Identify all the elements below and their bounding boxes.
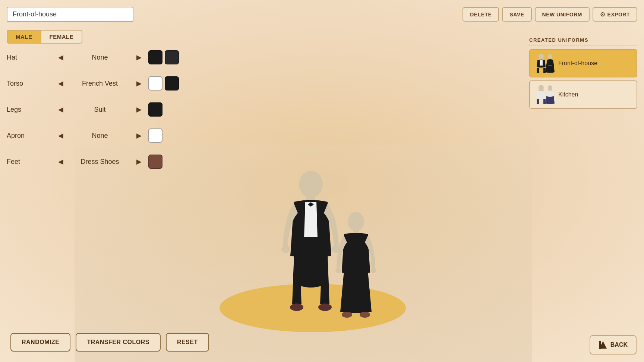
legs-name: Suit xyxy=(66,106,133,114)
steam-icon: ⊙ xyxy=(600,11,605,18)
apron-next-button[interactable]: ▶ xyxy=(133,131,145,140)
torso-name: French Vest xyxy=(66,80,133,88)
legs-label: Legs xyxy=(7,106,55,114)
clothing-row-feet: Feet ◀ Dress Shoes ▶ xyxy=(7,153,249,171)
foh-preview-icon xyxy=(535,54,555,73)
svg-point-17 xyxy=(548,54,552,59)
gender-tabs: MALE FEMALE xyxy=(7,30,82,44)
sidebar-title: CREATED UNIFORMS xyxy=(529,37,637,45)
torso-next-button[interactable]: ▶ xyxy=(133,79,145,88)
clothing-panel: Hat ◀ None ▶ Torso ◀ French Vest ▶ Legs … xyxy=(7,48,249,179)
feet-colors xyxy=(148,155,162,169)
legs-color-1[interactable] xyxy=(148,102,162,117)
apron-name: None xyxy=(66,132,133,140)
bottom-buttons: RANDOMIZE TRANSFER COLORS RESET xyxy=(10,333,209,352)
clothing-row-torso: Torso ◀ French Vest ▶ xyxy=(7,74,249,92)
hat-next-button[interactable]: ▶ xyxy=(133,53,145,61)
uniform-card-front-of-house[interactable]: Front-of-house xyxy=(529,49,637,77)
torso-color-1[interactable] xyxy=(148,76,162,90)
apron-colors xyxy=(148,128,162,143)
ground-ellipse xyxy=(220,284,406,332)
reset-button[interactable]: RESET xyxy=(166,333,209,352)
legs-colors xyxy=(148,102,162,117)
new-uniform-button[interactable]: NEW UNIFORM xyxy=(535,7,590,22)
clothing-row-legs: Legs ◀ Suit ▶ xyxy=(7,101,249,118)
header-buttons: DELETE SAVE NEW UNIFORM ⊙ EXPORT xyxy=(463,7,637,22)
torso-colors xyxy=(148,76,179,90)
back-label: BACK xyxy=(610,342,628,348)
uniform-name-kitchen: Kitchen xyxy=(558,91,578,98)
clothing-row-apron: Apron ◀ None ▶ xyxy=(7,127,249,145)
feet-prev-button[interactable]: ◀ xyxy=(55,158,66,166)
legs-prev-button[interactable]: ◀ xyxy=(55,105,66,114)
clothing-row-hat: Hat ◀ None ▶ xyxy=(7,48,249,66)
uniform-name-input[interactable] xyxy=(7,7,133,22)
svg-point-14 xyxy=(539,54,544,60)
male-tab[interactable]: MALE xyxy=(7,30,41,44)
uniform-preview-kitchen xyxy=(535,85,555,104)
feet-name: Dress Shoes xyxy=(66,158,133,166)
back-icon xyxy=(599,340,607,349)
torso-color-2[interactable] xyxy=(165,76,179,90)
svg-point-21 xyxy=(548,85,552,90)
torso-label: Torso xyxy=(7,80,55,88)
apron-prev-button[interactable]: ◀ xyxy=(55,131,66,140)
legs-next-button[interactable]: ▶ xyxy=(133,105,145,114)
hat-label: Hat xyxy=(7,54,55,61)
kitchen-preview-icon xyxy=(535,85,555,104)
export-label: EXPORT xyxy=(607,12,630,18)
delete-button[interactable]: DELETE xyxy=(463,7,499,22)
hat-color-1[interactable] xyxy=(148,50,162,64)
feet-label: Feet xyxy=(7,158,55,166)
hat-colors xyxy=(148,50,179,64)
transfer-colors-button[interactable]: TRANSFER COLORS xyxy=(76,333,161,352)
back-button[interactable]: BACK xyxy=(590,335,637,355)
randomize-button[interactable]: RANDOMIZE xyxy=(10,333,70,352)
hat-prev-button[interactable]: ◀ xyxy=(55,53,66,61)
save-button[interactable]: SAVE xyxy=(502,7,531,22)
feet-next-button[interactable]: ▶ xyxy=(133,158,145,166)
apron-label: Apron xyxy=(7,132,55,140)
uniform-name-foh: Front-of-house xyxy=(558,60,597,67)
header: DELETE SAVE NEW UNIFORM ⊙ EXPORT xyxy=(7,7,637,22)
hat-color-2[interactable] xyxy=(165,50,179,64)
svg-point-19 xyxy=(539,85,544,91)
svg-rect-16 xyxy=(540,60,543,66)
female-tab[interactable]: FEMALE xyxy=(41,30,83,44)
feet-color-1[interactable] xyxy=(148,155,162,169)
torso-prev-button[interactable]: ◀ xyxy=(55,79,66,88)
svg-rect-24 xyxy=(599,341,600,349)
uniform-card-kitchen[interactable]: Kitchen xyxy=(529,80,637,109)
hat-name: None xyxy=(66,54,133,61)
uniform-preview-foh xyxy=(535,54,555,73)
created-uniforms-sidebar: CREATED UNIFORMS Front-of-house xyxy=(529,37,637,112)
apron-color-1[interactable] xyxy=(148,128,162,143)
export-button[interactable]: ⊙ EXPORT xyxy=(593,7,637,22)
